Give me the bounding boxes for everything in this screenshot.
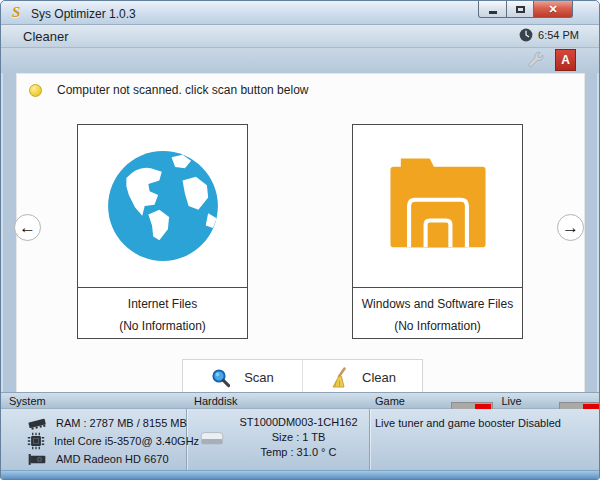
harddisk-size: Size : 1 TB (233, 430, 364, 445)
system-gpu-row: AMD Radeon HD 6670 (27, 450, 169, 468)
card-internet-files[interactable]: Internet Files (No Information) (77, 124, 248, 339)
maximize-button[interactable] (506, 1, 534, 18)
arrow-left-icon: ← (19, 218, 36, 237)
harddisk-model: ST1000DM003-1CH162 (233, 415, 364, 430)
broom-icon (329, 367, 349, 389)
prev-arrow-button[interactable]: ← (14, 214, 41, 241)
card-internet-files-caption: Internet Files (No Information) (78, 288, 247, 338)
ram-text: RAM : 2787 MB / 8155 MB (56, 417, 187, 429)
scan-status-message: Computer not scanned. click scan button … (29, 83, 308, 97)
cpu-icon (27, 432, 45, 450)
folder-icon (376, 151, 500, 261)
maximize-icon (516, 6, 525, 13)
card-subtitle: (No Information) (353, 319, 522, 333)
app-window: S Sys Optimizer 1.0.3 ✕ Cleaner 6:54 PM … (0, 0, 600, 480)
clock-icon (519, 28, 533, 42)
scan-button-label: Scan (244, 370, 274, 385)
settings-wrench-icon[interactable] (525, 50, 545, 70)
close-button[interactable]: ✕ (533, 1, 573, 18)
ram-icon (27, 415, 47, 431)
system-cpu-row: Intel Core i5-3570@ 3.40GHz (27, 432, 199, 450)
booster-status-text: Live tuner and game booster Disabled (375, 417, 561, 429)
gpu-icon (27, 452, 47, 466)
title-bar: S Sys Optimizer 1.0.3 ✕ (1, 1, 599, 25)
card-subtitle: (No Information) (78, 319, 247, 333)
action-button-strip: Scan Clean (182, 359, 423, 395)
toolbar: A (1, 48, 599, 73)
status-bar: System Harddisk Game Booster Live Tuner (1, 392, 600, 470)
main-area: Computer not scanned. click scan button … (1, 73, 599, 394)
clean-button-label: Clean (362, 370, 396, 385)
next-arrow-button[interactable]: → (557, 214, 584, 241)
card-internet-files-icon-area (78, 125, 247, 288)
column-divider (369, 409, 370, 470)
close-icon: ✕ (548, 3, 557, 16)
system-ram-row: RAM : 2787 MB / 8155 MB (27, 414, 187, 432)
magnifier-icon (211, 368, 231, 388)
card-windows-software-files[interactable]: Windows and Software Files (No Informati… (352, 124, 523, 339)
card-title: Internet Files (78, 297, 247, 311)
alert-a-button[interactable]: A (555, 49, 576, 71)
harddisk-icon (199, 429, 225, 447)
app-logo-icon: S (12, 4, 20, 21)
scan-button[interactable]: Scan (183, 360, 302, 395)
status-message-text: Computer not scanned. click scan button … (57, 83, 308, 97)
card-title: Windows and Software Files (353, 297, 522, 311)
cleaner-header-bar: Cleaner 6:54 PM (1, 25, 599, 48)
minimize-icon (489, 11, 497, 14)
harddisk-temp: Temp : 31.0 ° C (233, 445, 364, 460)
content-panel: Computer not scanned. click scan button … (16, 73, 585, 394)
status-dot-icon (29, 84, 42, 97)
card-windows-software-files-caption: Windows and Software Files (No Informati… (353, 288, 522, 338)
harddisk-text: ST1000DM003-1CH162 Size : 1 TB Temp : 31… (233, 415, 364, 460)
card-windows-software-files-icon-area (353, 125, 522, 288)
window-title: Sys Optimizer 1.0.3 (31, 7, 136, 21)
status-bar-header: System Harddisk Game Booster Live Tuner (1, 392, 600, 409)
cpu-text: Intel Core i5-3570@ 3.40GHz (54, 435, 199, 447)
minimize-button[interactable] (478, 1, 507, 18)
time-display: 6:54 PM (519, 28, 579, 42)
window-bottom-frame (1, 470, 599, 479)
harddisk-info-block: ST1000DM003-1CH162 Size : 1 TB Temp : 31… (199, 415, 364, 460)
harddisk-section-header: Harddisk (194, 395, 237, 407)
window-controls: ✕ (479, 1, 573, 18)
status-bar-body: RAM : 2787 MB / 8155 MB Intel Core i5-35… (1, 409, 600, 470)
clean-button[interactable]: Clean (302, 360, 422, 395)
clock-time: 6:54 PM (538, 29, 579, 41)
arrow-right-icon: → (562, 218, 579, 237)
gpu-text: AMD Radeon HD 6670 (56, 453, 169, 465)
tab-cleaner[interactable]: Cleaner (23, 29, 69, 44)
globe-icon (102, 145, 224, 267)
system-section-header: System (9, 395, 46, 407)
